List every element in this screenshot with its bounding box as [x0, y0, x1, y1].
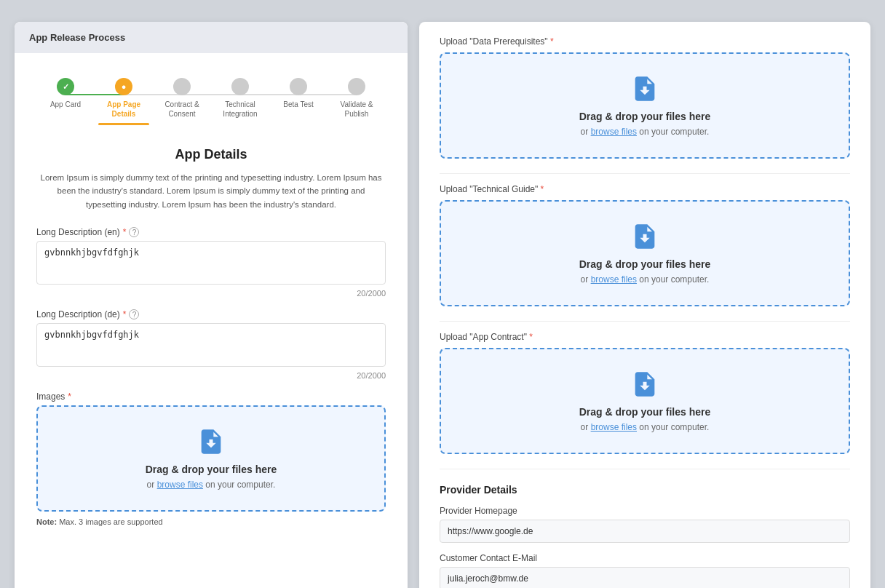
long-desc-en-required: * — [123, 227, 127, 237]
step-app-page-details[interactable]: ● App Page Details — [95, 78, 153, 125]
step-label-validate: Validate & Publish — [331, 100, 382, 119]
app-contract-dropzone-title: Drag & drop your files here — [579, 406, 710, 418]
upload-icon — [197, 427, 226, 456]
app-contract-browse-link[interactable]: browse files — [591, 422, 637, 432]
long-desc-en-help-icon[interactable]: ? — [129, 227, 139, 237]
data-prerequisites-dropzone[interactable]: Drag & drop your files here or browse fi… — [440, 52, 850, 159]
long-desc-de-label-text: Long Description (de) — [36, 309, 120, 319]
left-content: App Details Lorem Ipsum is simply dummy … — [15, 132, 408, 552]
data-prerequisites-dropzone-title: Drag & drop your files here — [579, 111, 710, 122]
steps-container: ✓ App Card ● App Page Details Contract &… — [15, 53, 408, 132]
customer-contact-email-group: Customer Contact E-Mail — [440, 553, 850, 588]
provider-section: Provider Details Provider Homepage Custo… — [440, 484, 850, 588]
upload-app-contract: Upload "App Contract" * Drag & drop your… — [440, 332, 850, 454]
provider-homepage-input[interactable] — [440, 520, 850, 543]
left-panel-header: App Release Process — [15, 22, 408, 53]
technical-guide-browse-link[interactable]: browse files — [591, 274, 637, 285]
step-connector-4 — [240, 94, 298, 95]
provider-homepage-label: Provider Homepage — [440, 506, 850, 516]
ac-or: or — [581, 422, 589, 432]
app-contract-dropzone-sub: or browse files on your computer. — [581, 422, 710, 432]
images-note-detail: Max. 3 images are supported — [59, 517, 162, 526]
step-connector-2 — [124, 94, 182, 95]
provider-section-title: Provider Details — [440, 484, 850, 496]
divider-1 — [440, 173, 850, 174]
right-content: Upload "Data Prerequisites" * Drag & dro… — [419, 22, 870, 588]
step-app-card[interactable]: ✓ App Card — [36, 78, 95, 109]
images-group: Images * Drag & drop your files here or … — [36, 392, 386, 526]
images-note-label: Note: — [36, 517, 57, 526]
step-technical-integration[interactable]: Technical Integration — [211, 78, 269, 119]
images-dropzone-or: or — [147, 480, 155, 490]
long-desc-en-group: Long Description (en) * ? 20/2000 — [36, 227, 386, 298]
images-required: * — [68, 392, 71, 402]
tg-computer: on your computer. — [639, 274, 709, 285]
divider-2 — [440, 321, 850, 322]
upload-icon-3 — [630, 370, 659, 399]
upload-data-prerequisites: Upload "Data Prerequisites" * Drag & dro… — [440, 36, 850, 159]
upload-app-contract-label: Upload "App Contract" * — [440, 332, 850, 342]
upload-technical-guide-required: * — [541, 184, 544, 194]
step-label-contract: Contract & Consent — [156, 100, 207, 119]
dp-or: or — [581, 127, 589, 137]
steps-row: ✓ App Card ● App Page Details Contract &… — [36, 71, 386, 125]
technical-guide-dropzone-sub: or browse files on your computer. — [581, 274, 710, 285]
data-prerequisites-dropzone-sub: or browse files on your computer. — [581, 127, 710, 137]
step-connector-3 — [182, 94, 240, 95]
step-label-technical: Technical Integration — [215, 100, 266, 119]
upload-technical-guide-label: Upload "Technical Guide" * — [440, 184, 850, 194]
long-desc-en-input[interactable] — [36, 241, 386, 285]
technical-guide-dropzone-title: Drag & drop your files here — [579, 258, 710, 270]
images-dropzone-sub: or browse files on your computer. — [147, 480, 276, 490]
images-label-text: Images — [36, 392, 65, 402]
step-underline — [98, 123, 149, 125]
upload-icon-1 — [630, 74, 659, 103]
data-prerequisites-browse-link[interactable]: browse files — [591, 127, 637, 137]
long-desc-de-required: * — [123, 309, 127, 319]
section-desc: Lorem Ipsum is simply dummy text of the … — [36, 171, 386, 211]
images-note: Note: Max. 3 images are supported — [36, 517, 386, 526]
long-desc-de-group: Long Description (de) * ? 20/2000 — [36, 309, 386, 380]
step-validate-publish[interactable]: Validate & Publish — [328, 78, 386, 119]
tg-or: or — [581, 274, 589, 285]
images-dropzone-computer: on your computer. — [205, 480, 275, 490]
right-panel: Upload "Data Prerequisites" * Drag & dro… — [419, 22, 870, 588]
step-circle-validate — [348, 78, 365, 95]
step-circle-app-page: ● — [115, 78, 132, 95]
customer-contact-email-label: Customer Contact E-Mail — [440, 553, 850, 563]
step-label-beta: Beta Test — [283, 100, 314, 109]
step-circle-technical — [231, 78, 249, 95]
upload-app-contract-label-text: Upload "App Contract" — [440, 332, 527, 342]
long-desc-en-label-text: Long Description (en) — [36, 227, 120, 237]
upload-technical-guide: Upload "Technical Guide" * Drag & drop y… — [440, 184, 850, 306]
long-desc-de-input[interactable] — [36, 323, 386, 367]
step-connector-5 — [298, 94, 357, 95]
step-contract-consent[interactable]: Contract & Consent — [153, 78, 211, 119]
provider-homepage-group: Provider Homepage — [440, 506, 850, 543]
step-label-app-page: App Page Details — [98, 100, 149, 119]
images-dropzone-title: Drag & drop your files here — [146, 464, 277, 475]
customer-contact-email-input[interactable] — [440, 567, 850, 588]
upload-app-contract-required: * — [529, 332, 533, 342]
divider-3 — [440, 469, 850, 469]
technical-guide-dropzone[interactable]: Drag & drop your files here or browse fi… — [440, 200, 850, 306]
ac-computer: on your computer. — [639, 422, 709, 432]
long-desc-de-help-icon[interactable]: ? — [129, 309, 139, 319]
step-circle-contract — [173, 78, 191, 95]
images-label: Images * — [36, 392, 386, 402]
step-connector-1 — [66, 94, 124, 95]
images-browse-link[interactable]: browse files — [157, 480, 203, 490]
upload-icon-2 — [630, 222, 659, 251]
long-desc-de-label: Long Description (de) * ? — [36, 309, 386, 319]
app-contract-dropzone[interactable]: Drag & drop your files here or browse fi… — [440, 348, 850, 454]
left-panel: App Release Process ✓ App Card ● App Pag… — [15, 22, 408, 588]
upload-technical-guide-label-text: Upload "Technical Guide" — [440, 184, 538, 194]
upload-data-prerequisites-label-text: Upload "Data Prerequisites" — [440, 36, 548, 47]
dp-computer: on your computer. — [639, 127, 709, 137]
step-label-app-card: App Card — [50, 100, 81, 109]
app-release-title: App Release Process — [29, 32, 125, 43]
step-circle-app-card: ✓ — [57, 78, 74, 95]
long-desc-de-char-count: 20/2000 — [36, 371, 386, 380]
images-dropzone[interactable]: Drag & drop your files here or browse fi… — [36, 405, 386, 512]
section-title: App Details — [36, 147, 386, 162]
